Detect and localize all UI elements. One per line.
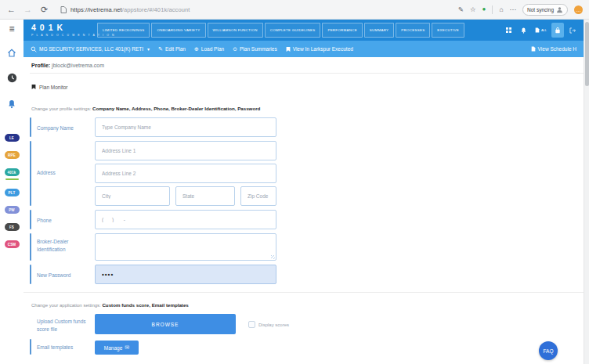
app-badge-plt[interactable]: PLT bbox=[5, 189, 20, 196]
profile-form: Company Name Address bbox=[30, 117, 584, 284]
plan-selector[interactable]: MG SECURITY SERVICES, LLC 401(K) RETI ▾ bbox=[31, 46, 150, 52]
chevron-down-icon: ▾ bbox=[147, 46, 150, 52]
alerts-icon[interactable] bbox=[518, 23, 530, 38]
app-badge-rpe[interactable]: RPE bbox=[5, 151, 20, 159]
left-icon-rail: ≡ LE RPE 401k PLT PW FS CSM bbox=[0, 20, 23, 364]
logout-icon[interactable] bbox=[566, 23, 579, 38]
phone-label: Phone bbox=[37, 210, 95, 229]
profile-sync-button[interactable]: Not syncing bbox=[522, 4, 568, 16]
active-indicator bbox=[5, 178, 19, 180]
new-password-row: New Password bbox=[30, 265, 584, 284]
address-label: Address bbox=[37, 141, 95, 206]
phone-row: Phone bbox=[30, 210, 584, 229]
plan-monitor-label: Plan Monitor bbox=[39, 85, 68, 90]
load-plan-button[interactable]: ⊕ Load Plan bbox=[194, 46, 224, 52]
profile-email: jblock@ivetrema.com bbox=[52, 63, 104, 68]
app-badge-le[interactable]: LE bbox=[5, 134, 20, 142]
profile-label: Profile: bbox=[31, 63, 50, 68]
bookmark-icon bbox=[31, 84, 36, 90]
edit-plan-button[interactable]: ✎ Edit Plan bbox=[158, 46, 186, 52]
extension-status-icon[interactable]: ● bbox=[482, 6, 486, 13]
main-column: 401K P L A N D O C U M E N T A T I O N L… bbox=[23, 20, 584, 364]
resize-handle[interactable] bbox=[271, 255, 275, 259]
faq-button[interactable]: FAQ bbox=[539, 341, 558, 360]
browse-button[interactable]: BROWSE bbox=[95, 314, 236, 334]
app-badge-csm[interactable]: CSM bbox=[5, 240, 20, 248]
nav-item-2[interactable]: ONBOARDING VARIETY bbox=[151, 23, 205, 38]
share-icon[interactable]: ✎ bbox=[458, 6, 464, 13]
all-badge-label: ALL bbox=[541, 28, 547, 32]
view-larkspur-button[interactable]: View In Larkspur Executed bbox=[286, 46, 353, 52]
divider bbox=[492, 5, 493, 14]
collections-icon[interactable]: ⋯ bbox=[510, 6, 517, 13]
forward-icon[interactable]: → bbox=[23, 5, 33, 14]
nav-item-8[interactable]: EXECUTIVE bbox=[432, 23, 464, 38]
navbar-right-icons: ALL bbox=[503, 20, 584, 41]
city-input[interactable] bbox=[95, 186, 170, 206]
display-scores-label: Display scores bbox=[258, 323, 289, 327]
browser-toolbar: ← → ⟳ https://ivetrema.net/appstore/#/40… bbox=[0, 0, 589, 20]
row-accent bbox=[30, 265, 31, 284]
envelope-icon: ✉ bbox=[125, 344, 129, 351]
app-navbar: 401K P L A N D O C U M E N T A T I O N L… bbox=[23, 20, 584, 41]
page-scrollbar[interactable] bbox=[584, 20, 589, 364]
address-row: Address bbox=[30, 141, 584, 206]
target-icon: ⊙ bbox=[233, 46, 237, 52]
email-templates-row: Email templates Manage ✉ bbox=[30, 339, 584, 355]
search-icon bbox=[31, 46, 37, 52]
plan-summaries-button[interactable]: ⊙ Plan Summaries bbox=[233, 46, 277, 52]
row-accent bbox=[30, 210, 31, 229]
bookmark-icon bbox=[286, 46, 291, 52]
nav-item-6[interactable]: SUMMARY bbox=[364, 23, 394, 38]
all-documents-icon[interactable]: ALL bbox=[533, 23, 549, 38]
zip-code-input[interactable] bbox=[240, 186, 276, 206]
logo-subtitle: P L A N D O C U M E N T A T I O N bbox=[31, 34, 96, 37]
row-accent bbox=[30, 117, 31, 137]
app-logo[interactable]: 401K P L A N D O C U M E N T A T I O N bbox=[23, 20, 96, 41]
hamburger-menu-icon[interactable]: ≡ bbox=[9, 23, 14, 34]
app-badge-401k[interactable]: 401k bbox=[5, 168, 20, 176]
pencil-icon: ✎ bbox=[158, 46, 163, 52]
app-window: ≡ LE RPE 401k PLT PW FS CSM bbox=[0, 20, 589, 364]
row-accent bbox=[30, 233, 31, 261]
nav-item-3[interactable]: WILLIAMSON FUNCTION bbox=[208, 23, 263, 38]
address-line1-input[interactable] bbox=[95, 141, 276, 160]
state-input[interactable] bbox=[175, 186, 235, 206]
manage-templates-button[interactable]: Manage ✉ bbox=[95, 341, 139, 355]
address-line2-input[interactable] bbox=[95, 164, 276, 183]
view-schedule-button[interactable]: View Schedule H bbox=[531, 46, 576, 52]
back-icon[interactable]: ← bbox=[6, 5, 16, 14]
lock-icon[interactable] bbox=[551, 23, 564, 38]
display-scores-checkbox[interactable] bbox=[248, 321, 255, 328]
home-nav-icon[interactable] bbox=[7, 46, 16, 60]
row-accent bbox=[30, 141, 31, 206]
plus-circle-icon: ⊕ bbox=[194, 46, 199, 52]
history-icon[interactable] bbox=[7, 72, 17, 86]
account-page: Profile: jblock@ivetrema.com Plan Monito… bbox=[23, 57, 584, 364]
nav-item-5[interactable]: PERFORMANCE bbox=[322, 23, 362, 38]
email-templates-label: Email templates bbox=[37, 339, 95, 355]
browser-actions: ✎ ☆ ● ⌂ ⋯ Not syncing … bbox=[458, 4, 583, 16]
phone-input[interactable] bbox=[95, 210, 276, 229]
page-info-icon[interactable] bbox=[60, 6, 67, 13]
company-name-input[interactable] bbox=[95, 117, 276, 137]
application-settings-caption: Change your application settings: Custom… bbox=[31, 302, 584, 308]
plan-monitor-section[interactable]: Plan Monitor bbox=[31, 84, 584, 90]
new-password-input[interactable] bbox=[95, 265, 276, 284]
favorites-icon[interactable]: ☆ bbox=[470, 6, 476, 13]
nav-item-7[interactable]: PROCESSES bbox=[396, 23, 430, 38]
plan-toolbar: MG SECURITY SERVICES, LLC 401(K) RETI ▾ … bbox=[23, 41, 584, 57]
section-divider bbox=[23, 292, 584, 293]
nav-item-4[interactable]: COMPLETE GUIDELINES bbox=[265, 23, 321, 38]
home-icon[interactable]: ⌂ bbox=[499, 6, 503, 13]
notifications-bell-icon[interactable] bbox=[8, 98, 16, 112]
browser-menu-icon[interactable]: … bbox=[574, 5, 583, 14]
app-badge-fs[interactable]: FS bbox=[5, 223, 20, 231]
broker-dealer-input[interactable] bbox=[95, 233, 276, 261]
address-bar[interactable]: https://ivetrema.net/appstore/#/401k/acc… bbox=[56, 6, 452, 13]
scrollbar-thumb[interactable] bbox=[585, 22, 589, 86]
app-badge-pw[interactable]: PW bbox=[5, 206, 20, 214]
app-badge-401k-active[interactable]: 401k bbox=[5, 168, 20, 189]
grid-icon[interactable] bbox=[503, 23, 515, 38]
refresh-icon[interactable]: ⟳ bbox=[39, 5, 49, 15]
